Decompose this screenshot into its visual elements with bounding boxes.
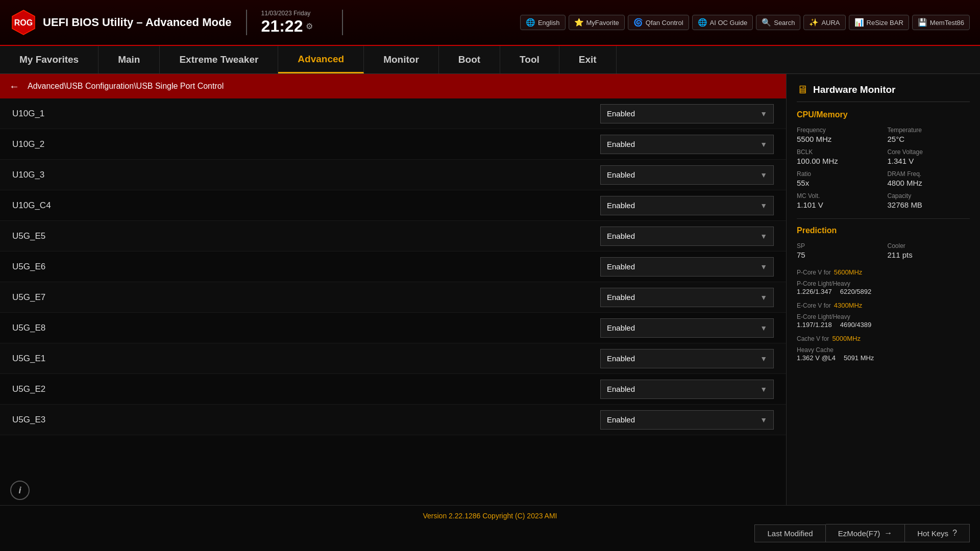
settings-row[interactable]: U5G_E6Enabled▼ — [0, 252, 786, 282]
setting-name-10: U5G_E3 — [12, 415, 45, 425]
right-panel: 🖥 Hardware Monitor CPU/Memory Frequency … — [786, 74, 980, 505]
bottom-btn-icon-ezmode: → — [884, 529, 892, 538]
dropdown-arrow-9: ▼ — [760, 385, 767, 393]
datetime-area: 11/03/2023 Friday 21:22 ⚙ — [261, 10, 328, 36]
dropdown-2[interactable]: Enabled▼ — [600, 165, 774, 185]
dropdown-arrow-1: ▼ — [760, 140, 767, 148]
settings-row[interactable]: U5G_E2Enabled▼ — [0, 374, 786, 405]
nav-item-exit[interactable]: Exit — [559, 46, 617, 73]
dropdown-0[interactable]: Enabled▼ — [600, 104, 774, 123]
english-icon: 🌐 — [526, 18, 535, 27]
dropdown-4[interactable]: Enabled▼ — [600, 227, 774, 246]
hw-value-2: 100.00 MHz — [797, 157, 879, 165]
setting-name-1: U10G_2 — [12, 139, 44, 149]
bottom-btn-last-modified[interactable]: Last Modified — [754, 524, 825, 542]
bottom-buttons: Last ModifiedEzMode(F7)→Hot Keys? — [0, 520, 980, 542]
pred-row-4: Cache V for 5000MHz Heavy Cache1.362 V @… — [797, 335, 970, 362]
dropdown-value-7: Enabled — [607, 323, 635, 332]
breadcrumb-back-button[interactable]: ← — [9, 81, 19, 92]
dropdown-arrow-3: ▼ — [760, 202, 767, 210]
info-button[interactable]: i — [10, 481, 30, 500]
setting-name-0: U10G_1 — [12, 109, 44, 119]
dropdown-7[interactable]: Enabled▼ — [600, 318, 774, 338]
hw-value-6: 1.101 V — [797, 201, 879, 209]
settings-row[interactable]: U5G_E5Enabled▼ — [0, 221, 786, 252]
bios-title: UEFI BIOS Utility – Advanced Mode — [43, 16, 232, 29]
nav-item-tool[interactable]: Tool — [500, 46, 559, 73]
settings-row[interactable]: U5G_E3Enabled▼ — [0, 405, 786, 435]
hw-label-1: Temperature — [888, 127, 970, 134]
nav-item-monitor[interactable]: Monitor — [364, 46, 439, 73]
setting-name-8: U5G_E1 — [12, 354, 45, 364]
pred-label-2: P-Core V for — [797, 269, 831, 276]
nav-item-main[interactable]: Main — [99, 46, 160, 73]
setting-name-4: U5G_E5 — [12, 231, 45, 241]
hw-section-divider — [797, 218, 970, 219]
dropdown-6[interactable]: Enabled▼ — [600, 288, 774, 307]
settings-row[interactable]: U10G_2Enabled▼ — [0, 129, 786, 160]
breadcrumb-bar: ← Advanced\USB Configuration\USB Single … — [0, 74, 786, 98]
svg-text:ROG: ROG — [14, 18, 33, 27]
sp-cooler-grid: SP 75 Cooler 211 pts — [797, 242, 970, 259]
pred-label-line-2: P-Core V for 5600MHz — [797, 268, 970, 277]
pred-highlight-4: 5000MHz — [832, 335, 861, 342]
nav-item-advanced[interactable]: Advanced — [278, 46, 364, 73]
settings-list: U10G_1Enabled▼U10G_2Enabled▼U10G_3Enable… — [0, 98, 786, 505]
settings-row[interactable]: U5G_E1Enabled▼ — [0, 343, 786, 374]
pred-valline-4: 1.362 V @L45091 MHz — [797, 354, 970, 362]
prediction-section-title: Prediction — [797, 226, 970, 235]
tool-btn-english[interactable]: 🌐English — [520, 15, 566, 30]
pred-label-line-4: Cache V for 5000MHz — [797, 335, 970, 343]
cpu-memory-grid: Frequency 5500 MHz Temperature 25°C BCLK… — [797, 127, 970, 209]
header-divider — [246, 10, 247, 35]
hw-label-0: Frequency — [797, 127, 879, 134]
time-display: 21:22 — [261, 17, 303, 36]
dropdown-9[interactable]: Enabled▼ — [600, 380, 774, 399]
dropdown-1[interactable]: Enabled▼ — [600, 135, 774, 154]
bottom-bar: Version 2.22.1286 Copyright (C) 2023 AMI… — [0, 505, 980, 551]
aioc-icon: 🌐 — [698, 18, 707, 27]
tool-btn-myfavorite[interactable]: ⭐MyFavorite — [569, 15, 625, 30]
dropdown-value-10: Enabled — [607, 415, 635, 424]
tool-btn-aioc[interactable]: 🌐AI OC Guide — [692, 15, 753, 30]
myfavorite-icon: ⭐ — [574, 18, 584, 27]
settings-row[interactable]: U10G_3Enabled▼ — [0, 160, 786, 190]
search-label: Search — [774, 19, 795, 27]
hw-label-2: BCLK — [797, 148, 879, 156]
bottom-btn-hot-keys[interactable]: Hot Keys? — [905, 524, 970, 542]
header: ROG UEFI BIOS Utility – Advanced Mode 11… — [0, 0, 980, 46]
tool-btn-memtest[interactable]: 💾MemTest86 — [912, 15, 970, 30]
nav-label-extreme-tweaker: Extreme Tweaker — [179, 54, 258, 65]
nav-item-boot[interactable]: Boot — [439, 46, 500, 73]
nav-label-boot: Boot — [458, 54, 480, 65]
settings-row[interactable]: U10G_1Enabled▼ — [0, 98, 786, 129]
dropdown-10[interactable]: Enabled▼ — [600, 410, 774, 430]
tool-btn-resizebar[interactable]: 📊ReSize BAR — [849, 15, 909, 30]
hw-cpu-item-6: MC Volt. 1.101 V — [797, 192, 879, 209]
dropdown-5[interactable]: Enabled▼ — [600, 257, 774, 277]
nav-item-extreme-tweaker[interactable]: Extreme Tweaker — [160, 46, 278, 73]
monitor-icon: 🖥 — [797, 83, 808, 96]
dropdown-8[interactable]: Enabled▼ — [600, 349, 774, 368]
tool-btn-aura[interactable]: ✨AURA — [803, 15, 845, 30]
settings-row[interactable]: U5G_E8Enabled▼ — [0, 313, 786, 343]
hw-value-0: 5500 MHz — [797, 135, 879, 143]
bottom-btn-ezmode[interactable]: EzMode(F7)→ — [826, 524, 905, 542]
rog-logo: ROG — [10, 9, 37, 36]
dropdown-3[interactable]: Enabled▼ — [600, 196, 774, 215]
tool-btn-qfan[interactable]: 🌀Qfan Control — [628, 15, 689, 30]
hw-value-3: 1.341 V — [888, 157, 970, 165]
pred-value-1: 211 pts — [888, 251, 970, 259]
info-icon-area: i — [10, 481, 30, 500]
qfan-label: Qfan Control — [646, 19, 683, 27]
settings-row[interactable]: U5G_E7Enabled▼ — [0, 282, 786, 313]
resizebar-icon: 📊 — [854, 18, 864, 27]
nav-item-my-favorites[interactable]: My Favorites — [0, 46, 99, 73]
tool-btn-search[interactable]: 🔍Search — [756, 15, 800, 30]
pred-label-4: Cache V for — [797, 335, 829, 342]
settings-icon[interactable]: ⚙ — [306, 21, 313, 31]
hw-monitor-title: Hardware Monitor — [813, 84, 896, 95]
settings-row[interactable]: U10G_C4Enabled▼ — [0, 190, 786, 221]
dropdown-arrow-6: ▼ — [760, 293, 767, 302]
resizebar-label: ReSize BAR — [867, 19, 903, 27]
